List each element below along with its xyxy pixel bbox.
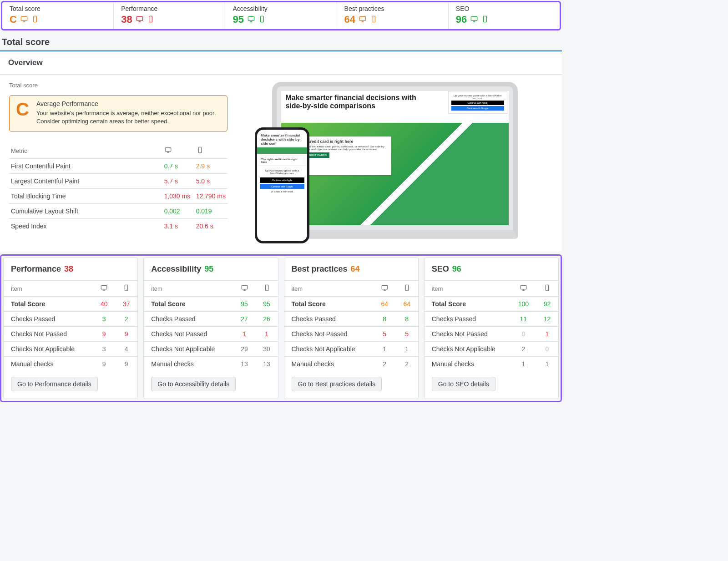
card-desktop-value: 40 — [93, 297, 115, 312]
card-table: item Total Score 64 64 Checks Passed 8 8… — [284, 280, 418, 371]
card-item-head: item — [144, 281, 233, 297]
card-mobile-value: 4 — [115, 342, 137, 357]
card-mobile-value: 2 — [396, 357, 418, 372]
card-desktop-value: 8 — [374, 312, 396, 327]
callout-grade: C — [16, 100, 29, 125]
card-row-label: Checks Not Applicable — [284, 342, 374, 357]
desktop-icon — [374, 281, 396, 297]
metric-mobile-value: 12,790 ms — [194, 189, 228, 204]
metric-row: First Contentful Paint 0.7 s 2.9 s — [9, 159, 228, 174]
card-title: Performance 38 — [4, 258, 137, 280]
card-row: Checks Passed 11 12 — [425, 312, 558, 327]
card-mobile-value: 8 — [396, 312, 418, 327]
card-details-button[interactable]: Go to Best practices details — [292, 377, 382, 391]
card-mobile-value: 13 — [256, 357, 278, 372]
card-details-button[interactable]: Go to SEO details — [432, 377, 495, 391]
card-row: Total Score 100 92 — [425, 297, 558, 312]
preview-mobile-apple: Continue with Apple — [260, 177, 304, 183]
card-desktop-value: 2 — [374, 357, 396, 372]
metric-label: Largest Contentful Paint — [9, 174, 162, 189]
card-mobile-value: 26 — [256, 312, 278, 327]
card-row-label: Manual checks — [425, 357, 511, 372]
card-row: Total Score 64 64 — [284, 297, 418, 312]
device-icons — [136, 15, 155, 24]
card-details-button[interactable]: Go to Performance details — [11, 377, 98, 391]
summary-col-0[interactable]: Total score C — [2, 2, 114, 29]
summary-col-2[interactable]: Accessibility 95 — [225, 2, 337, 29]
desktop-icon — [93, 281, 115, 297]
detail-card: SEO 96 item Total Score 100 92 Checks Pa… — [424, 258, 559, 399]
card-desktop-value: 29 — [233, 342, 256, 357]
card-desktop-value: 9 — [93, 327, 115, 342]
score-callout: C Average Performance Your website's per… — [9, 95, 228, 132]
card-row-label: Checks Not Passed — [144, 327, 233, 342]
phone-mock: Make smarter financial decisions with si… — [255, 127, 309, 243]
metric-desktop-value: 0.002 — [162, 204, 194, 219]
preview-mobile-card: The right credit card is right here — [259, 156, 305, 166]
card-details-button[interactable]: Go to Accessibility details — [151, 377, 236, 391]
summary-label: Accessibility — [233, 5, 329, 12]
preview-popup: Up your money game with a NerdWallet acc… — [448, 91, 507, 114]
site-preview: Make smarter financial decisions with si… — [237, 82, 553, 239]
card-desktop-value: 27 — [233, 312, 256, 327]
card-desktop-value: 9 — [93, 357, 115, 372]
card-score: 38 — [64, 264, 73, 273]
metric-row: Largest Contentful Paint 5.7 s 5.0 s — [9, 174, 228, 189]
card-table: item Total Score 100 92 Checks Passed 11… — [425, 280, 558, 371]
metric-desktop-value: 1,030 ms — [162, 189, 194, 204]
mobile-icon — [481, 15, 489, 24]
card-row: Manual checks 13 13 — [144, 357, 278, 372]
card-row: Total Score 40 37 — [4, 297, 137, 312]
card-row-label: Checks Not Applicable — [4, 342, 93, 357]
card-row-label: Checks Passed — [284, 312, 374, 327]
summary-score: 64 — [344, 14, 355, 25]
card-mobile-value: 9 — [115, 327, 137, 342]
card-desktop-value: 3 — [93, 342, 115, 357]
preview-desktop-hero: Make smarter financial decisions with si… — [286, 94, 418, 110]
summary-col-3[interactable]: Best practices 64 — [337, 2, 449, 29]
card-mobile-value: 2 — [115, 312, 137, 327]
metric-label: Cumulative Layout Shift — [9, 204, 162, 219]
card-row: Checks Not Applicable 1 1 — [284, 342, 418, 357]
card-item-head: item — [425, 281, 511, 297]
card-row-label: Checks Not Passed — [284, 327, 374, 342]
top-summary-bar: Total score C Performance 38 Accessibili… — [1, 1, 561, 30]
metric-row: Cumulative Layout Shift 0.002 0.019 — [9, 204, 228, 219]
card-row: Checks Passed 8 8 — [284, 312, 418, 327]
card-mobile-value: 37 — [115, 297, 137, 312]
card-row-label: Manual checks — [284, 357, 374, 372]
device-icons — [470, 15, 489, 24]
card-score: 64 — [351, 264, 360, 273]
card-desktop-value: 13 — [233, 357, 256, 372]
detail-cards-row: Performance 38 item Total Score 40 37 Ch… — [0, 254, 562, 402]
card-row-label: Checks Not Passed — [425, 327, 511, 342]
card-row-label: Checks Not Applicable — [144, 342, 233, 357]
metric-desktop-value: 5.7 s — [162, 174, 194, 189]
summary-col-4[interactable]: SEO 96 — [449, 2, 560, 29]
card-mobile-value: 9 — [115, 357, 137, 372]
card-row: Checks Not Passed 5 5 — [284, 327, 418, 342]
metric-label: First Contentful Paint — [9, 159, 162, 174]
card-desktop-value: 100 — [511, 297, 536, 312]
card-row: Checks Not Applicable 29 30 — [144, 342, 278, 357]
card-mobile-value: 1 — [536, 357, 558, 372]
detail-card: Accessibility 95 item Total Score 95 95 … — [143, 258, 278, 399]
desktop-icon-head — [162, 143, 194, 159]
card-row-label: Checks Not Passed — [4, 327, 93, 342]
mobile-icon — [256, 281, 278, 297]
desktop-icon — [233, 281, 256, 297]
card-score: 95 — [204, 264, 213, 273]
summary-label: Performance — [121, 5, 217, 12]
desktop-icon — [470, 15, 478, 24]
metric-desktop-value: 3.1 s — [162, 219, 194, 234]
card-desktop-value: 0 — [511, 327, 536, 342]
metric-mobile-value: 20.6 s — [194, 219, 228, 234]
device-icons — [359, 15, 378, 24]
card-mobile-value: 30 — [256, 342, 278, 357]
overview-panel: Overview Total score C Average Performan… — [0, 51, 562, 252]
summary-col-1[interactable]: Performance 38 — [114, 2, 225, 29]
card-desktop-value: 1 — [374, 342, 396, 357]
overview-sublabel: Total score — [9, 82, 228, 89]
callout-head: Average Performance — [36, 100, 221, 107]
metric-table: Metric First Contentful Paint 0.7 s 2.9 … — [9, 143, 228, 233]
